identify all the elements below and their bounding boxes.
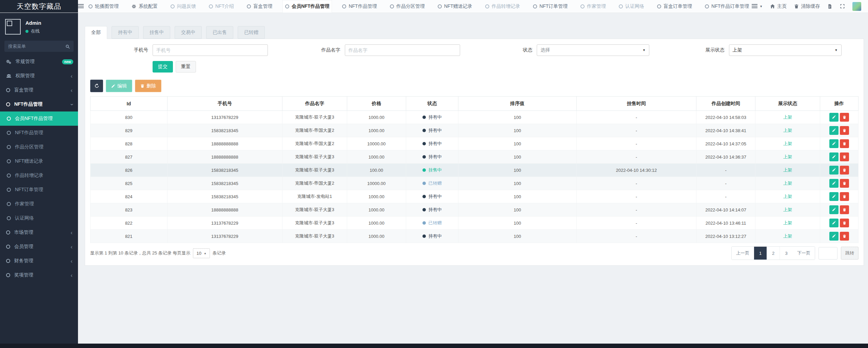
sidebar-menu-item[interactable]: NFT作品管理 ‹ bbox=[0, 97, 78, 111]
status-tab[interactable]: 挂售中 bbox=[143, 26, 170, 39]
table-row[interactable]: 823 18888888888 克隆城市-双子大厦3 1000.00 持有中 1… bbox=[91, 203, 859, 217]
topnav-item[interactable]: 认证网络 bbox=[616, 0, 647, 13]
refresh-button[interactable] bbox=[90, 80, 103, 92]
row-edit-button[interactable] bbox=[829, 126, 839, 135]
status-tab[interactable]: 已出售 bbox=[206, 26, 233, 39]
topnav-item[interactable]: 作品转增记录 bbox=[482, 0, 523, 13]
delete-button[interactable]: 删除 bbox=[135, 80, 161, 92]
row-edit-button[interactable] bbox=[829, 192, 839, 201]
topnav-item[interactable]: 轮播图管理 bbox=[86, 0, 121, 13]
row-edit-button[interactable] bbox=[829, 219, 839, 227]
row-delete-button[interactable] bbox=[840, 126, 849, 135]
table-header-cell[interactable]: 展示状态 bbox=[755, 97, 820, 111]
document-button[interactable] bbox=[827, 4, 832, 9]
display-status-select[interactable]: 上架 ▼ bbox=[729, 44, 842, 56]
fullscreen-button[interactable] bbox=[840, 4, 845, 9]
artwork-name-input[interactable] bbox=[345, 44, 460, 56]
display-status-link[interactable]: 上架 bbox=[783, 181, 792, 186]
table-row[interactable]: 829 15838218345 克隆城市-帝国大厦2 1000.00 持有中 1… bbox=[91, 124, 859, 137]
display-status-link[interactable]: 上架 bbox=[783, 154, 792, 159]
status-tab[interactable]: 全部 bbox=[85, 26, 107, 39]
sidebar-submenu-item[interactable]: 作品分区管理 bbox=[0, 140, 78, 154]
row-edit-button[interactable] bbox=[829, 205, 839, 214]
row-delete-button[interactable] bbox=[840, 166, 849, 175]
display-status-link[interactable]: 上架 bbox=[783, 207, 792, 212]
table-header-cell[interactable]: 价格 bbox=[347, 97, 406, 111]
display-status-link[interactable]: 上架 bbox=[783, 194, 792, 199]
row-edit-button[interactable] bbox=[829, 166, 839, 175]
row-delete-button[interactable] bbox=[840, 205, 849, 214]
topnav-item[interactable]: 盲盒管理 bbox=[244, 0, 275, 13]
user-avatar[interactable] bbox=[852, 2, 861, 11]
table-row[interactable]: 830 13137678229 克隆城市-双子大厦3 1000.00 持有中 1… bbox=[91, 111, 859, 124]
row-delete-button[interactable] bbox=[840, 232, 849, 241]
sidebar-submenu-item[interactable]: NFT订单管理 bbox=[0, 183, 78, 197]
table-header-cell[interactable]: 作品名字 bbox=[282, 97, 347, 111]
display-status-link[interactable]: 上架 bbox=[783, 128, 792, 133]
topnav-item[interactable]: 作品分区管理 bbox=[387, 0, 428, 13]
table-row[interactable]: 822 13137678229 克隆城市-双子大厦3 1000.00 已转赠 1… bbox=[91, 217, 859, 230]
table-row[interactable]: 824 15838218345 克隆城市-发电站1 1000.00 持有中 10… bbox=[91, 190, 859, 203]
table-row[interactable]: 825 15838218345 克隆城市-帝国大厦2 10000.00 已转赠 … bbox=[91, 177, 859, 190]
reset-button[interactable]: 重置 bbox=[176, 61, 196, 73]
topnav-item[interactable]: 盲盒订单管理 bbox=[654, 0, 695, 13]
display-status-link[interactable]: 上架 bbox=[783, 141, 792, 146]
table-header-cell[interactable]: 状态 bbox=[406, 97, 458, 111]
topnav-item[interactable]: NFT介绍 bbox=[206, 0, 237, 13]
table-row[interactable]: 821 13137678229 克隆城市-双子大厦3 1000.00 持有中 1… bbox=[91, 230, 859, 243]
row-delete-button[interactable] bbox=[840, 192, 849, 201]
page-size-select[interactable]: 10 ▲ bbox=[193, 248, 210, 258]
sidebar-submenu-item[interactable]: 作家管理 bbox=[0, 197, 78, 211]
edit-button[interactable]: 编辑 bbox=[106, 80, 132, 92]
table-row[interactable]: 827 18888888888 克隆城市-双子大厦3 1000.00 持有中 1… bbox=[91, 150, 859, 164]
row-edit-button[interactable] bbox=[829, 232, 839, 241]
table-header-cell[interactable]: 作品创建时间 bbox=[696, 97, 755, 111]
status-select[interactable]: 选择 ▼ bbox=[537, 44, 649, 56]
topnav-item[interactable]: 系统配置 bbox=[129, 0, 160, 13]
display-status-link[interactable]: 上架 bbox=[783, 167, 792, 172]
topnav-item[interactable]: NFT作品订单管理 bbox=[702, 0, 752, 13]
status-tab[interactable]: 交易中 bbox=[175, 26, 202, 39]
table-header-cell[interactable]: 挂售时间 bbox=[576, 97, 696, 111]
table-header-cell[interactable]: 手机号 bbox=[167, 97, 282, 111]
sidebar-submenu-item[interactable]: NFT作品管理 bbox=[0, 126, 78, 140]
sidebar-submenu-item[interactable]: 认证网络 bbox=[0, 211, 78, 225]
topnav-item[interactable]: NFT作品管理 bbox=[339, 0, 379, 13]
row-delete-button[interactable] bbox=[840, 139, 849, 148]
clear-cache-button[interactable]: 清除缓存 bbox=[794, 3, 820, 9]
sidebar-menu-item[interactable]: 权限管理 ‹ bbox=[0, 69, 78, 83]
submit-button[interactable]: 提交 bbox=[153, 61, 173, 73]
topnav-item[interactable]: 作家管理 bbox=[578, 0, 609, 13]
jump-page-input[interactable] bbox=[818, 247, 837, 260]
sidebar-menu-item[interactable]: 奖项管理 ‹ bbox=[0, 268, 78, 282]
sidebar-toggle-button[interactable] bbox=[78, 0, 84, 13]
prev-page-button[interactable]: 上一页 bbox=[732, 247, 754, 260]
row-edit-button[interactable] bbox=[829, 152, 839, 161]
page-number-button[interactable]: 3 bbox=[780, 247, 793, 260]
sidebar-submenu-item[interactable]: 作品转增记录 bbox=[0, 168, 78, 183]
table-header-cell[interactable]: Id bbox=[91, 97, 167, 111]
topnav-item[interactable]: 会员NFT作品管理 bbox=[282, 0, 332, 13]
topnav-item[interactable]: NFT订单管理 bbox=[530, 0, 570, 13]
topnav-item[interactable]: 问题反馈 bbox=[168, 0, 199, 13]
sidebar-menu-item[interactable]: 盲盒管理 ‹ bbox=[0, 83, 78, 97]
row-delete-button[interactable] bbox=[840, 219, 849, 227]
next-page-button[interactable]: 下一页 bbox=[793, 247, 815, 260]
phone-input[interactable] bbox=[153, 44, 268, 56]
sidebar-submenu-item[interactable]: NFT赠送记录 bbox=[0, 154, 78, 168]
row-edit-button[interactable] bbox=[829, 179, 839, 188]
sidebar-submenu-item[interactable]: 会员NFT作品管理 bbox=[0, 111, 78, 126]
sidebar-search-input[interactable]: 搜索菜单 bbox=[4, 41, 74, 52]
display-status-link[interactable]: 上架 bbox=[783, 233, 792, 239]
table-header-cell[interactable]: 排序值 bbox=[458, 97, 576, 111]
sidebar-menu-item[interactable]: 财务管理 ‹ bbox=[0, 254, 78, 268]
display-status-link[interactable]: 上架 bbox=[783, 220, 792, 225]
row-delete-button[interactable] bbox=[840, 113, 849, 122]
topnav-item[interactable]: NFT赠送记录 bbox=[435, 0, 475, 13]
display-status-link[interactable]: 上架 bbox=[783, 115, 792, 120]
row-edit-button[interactable] bbox=[829, 113, 839, 122]
status-tab[interactable]: 已转赠 bbox=[238, 26, 265, 39]
jump-button[interactable]: 跳转 bbox=[841, 247, 859, 260]
page-number-button[interactable]: 2 bbox=[767, 247, 780, 260]
row-edit-button[interactable] bbox=[829, 139, 839, 148]
